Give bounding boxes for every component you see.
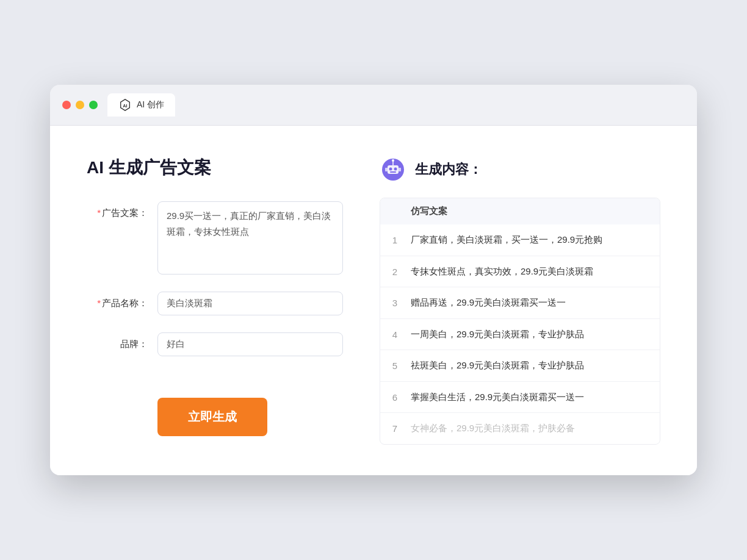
result-header: 生成内容： xyxy=(380,156,660,183)
ad-copy-input[interactable] xyxy=(157,201,343,275)
product-name-label: *产品名称： xyxy=(87,292,148,309)
brand-label: 品牌： xyxy=(87,332,148,350)
result-row: 1厂家直销，美白淡斑霜，买一送一，29.9元抢购 xyxy=(380,224,660,256)
right-panel: 生成内容： 仿写文案 1厂家直销，美白淡斑霜，买一送一，29.9元抢购 2专抹女… xyxy=(380,156,660,445)
left-panel: AI 生成广告文案 *广告文案： *产品名称： 品牌： 立 xyxy=(87,156,343,445)
traffic-lights xyxy=(62,101,98,109)
product-required-mark: * xyxy=(97,298,101,308)
svg-text:AI: AI xyxy=(123,103,127,109)
generate-button[interactable]: 立即生成 xyxy=(157,398,267,436)
browser-content: AI 生成广告文案 *广告文案： *产品名称： 品牌： 立 xyxy=(50,126,697,475)
svg-rect-10 xyxy=(399,168,401,171)
brand-group: 品牌： xyxy=(87,332,343,356)
result-row: 3赠品再送，29.9元美白淡斑霜买一送一 xyxy=(380,287,660,319)
copy-icon[interactable] xyxy=(640,391,652,403)
ad-copy-group: *广告文案： xyxy=(87,201,343,275)
ad-copy-label: *广告文案： xyxy=(87,201,148,219)
result-container: 仿写文案 1厂家直销，美白淡斑霜，买一送一，29.9元抢购 2专抹女性斑点，真实… xyxy=(380,198,660,445)
row-number: 1 xyxy=(388,235,402,245)
row-text: 赠品再送，29.9元美白淡斑霜买一送一 xyxy=(411,296,632,310)
brand-input[interactable] xyxy=(157,332,343,356)
row-text: 女神必备，29.9元美白淡斑霜，护肤必备 xyxy=(411,422,632,436)
result-row: 6掌握美白生活，29.9元美白淡斑霜买一送一 xyxy=(380,382,660,414)
robot-icon xyxy=(380,156,406,183)
row-text: 专抹女性斑点，真实功效，29.9元美白淡斑霜 xyxy=(411,265,632,279)
browser-window: AI AI 创作 AI 生成广告文案 *广告文案： *产品名称： xyxy=(50,85,697,475)
copy-icon[interactable] xyxy=(640,360,652,372)
result-row: 7女神必备，29.9元美白淡斑霜，护肤必备 xyxy=(380,413,660,444)
minimize-button[interactable] xyxy=(76,101,84,109)
copy-icon[interactable] xyxy=(640,297,652,309)
svg-point-8 xyxy=(392,159,394,162)
browser-tab[interactable]: AI AI 创作 xyxy=(107,93,175,117)
result-row: 4一周美白，29.9元美白淡斑霜，专业护肤品 xyxy=(380,319,660,351)
close-button[interactable] xyxy=(62,101,71,109)
copy-icon[interactable] xyxy=(640,423,652,435)
page-title: AI 生成广告文案 xyxy=(87,156,343,179)
row-number: 2 xyxy=(388,267,402,277)
product-name-input[interactable] xyxy=(157,292,343,315)
titlebar: AI AI 创作 xyxy=(50,85,697,126)
copy-icon[interactable] xyxy=(640,265,652,278)
copy-icon[interactable] xyxy=(640,328,652,340)
tab-label: AI 创作 xyxy=(137,99,164,110)
row-number: 5 xyxy=(388,361,402,371)
svg-point-4 xyxy=(389,168,392,171)
result-rows-container: 1厂家直销，美白淡斑霜，买一送一，29.9元抢购 2专抹女性斑点，真实功效，29… xyxy=(380,224,660,444)
row-number: 3 xyxy=(388,298,402,308)
row-text: 厂家直销，美白淡斑霜，买一送一，29.9元抢购 xyxy=(411,233,632,247)
svg-point-5 xyxy=(394,168,397,171)
result-row: 5祛斑美白，29.9元美白淡斑霜，专业护肤品 xyxy=(380,350,660,382)
result-title: 生成内容： xyxy=(415,160,482,179)
result-row: 2专抹女性斑点，真实功效，29.9元美白淡斑霜 xyxy=(380,256,660,288)
row-text: 一周美白，29.9元美白淡斑霜，专业护肤品 xyxy=(411,328,632,342)
copy-icon[interactable] xyxy=(640,234,652,246)
svg-rect-6 xyxy=(390,171,396,173)
row-number: 7 xyxy=(388,423,402,434)
ad-required-mark: * xyxy=(97,207,101,218)
table-header-row: 仿写文案 xyxy=(380,198,660,224)
svg-rect-9 xyxy=(385,168,388,171)
product-name-group: *产品名称： xyxy=(87,292,343,315)
row-number: 6 xyxy=(388,392,402,403)
maximize-button[interactable] xyxy=(89,101,98,109)
row-number: 4 xyxy=(388,329,402,340)
row-text: 祛斑美白，29.9元美白淡斑霜，专业护肤品 xyxy=(411,359,632,373)
row-text: 掌握美白生活，29.9元美白淡斑霜买一送一 xyxy=(411,390,632,404)
ai-tab-icon: AI xyxy=(118,98,132,112)
table-header-text: 仿写文案 xyxy=(411,206,447,216)
